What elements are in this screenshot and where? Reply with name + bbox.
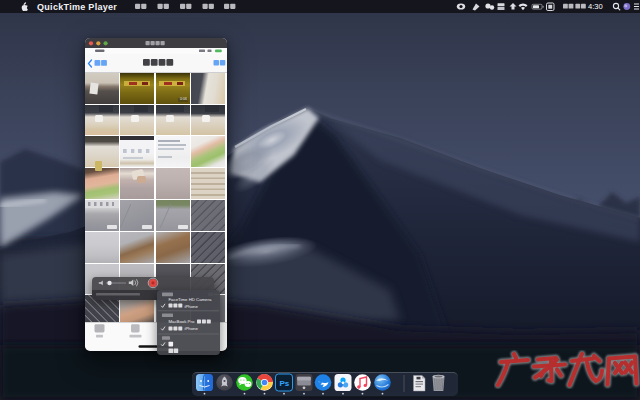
svg-text:MacBook Pro: MacBook Pro <box>169 319 195 324</box>
svg-text:4:30: 4:30 <box>588 2 603 11</box>
svg-text:QuickTime Player: QuickTime Player <box>37 2 117 12</box>
svg-text:iPhone: iPhone <box>185 326 199 331</box>
svg-text:Ps: Ps <box>280 379 290 388</box>
svg-text:FaceTime HD Camera: FaceTime HD Camera <box>169 297 212 302</box>
svg-text:iPhone: iPhone <box>185 304 199 309</box>
